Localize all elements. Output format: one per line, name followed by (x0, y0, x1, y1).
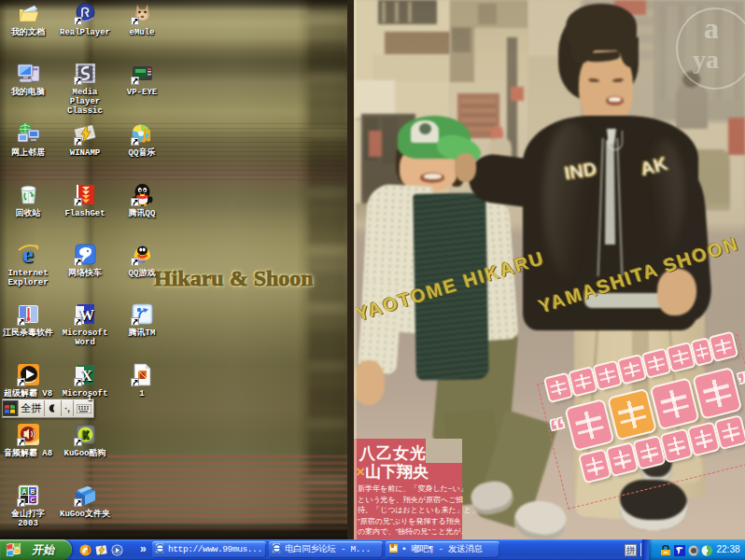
svg-text:C: C (30, 496, 35, 504)
svg-text:A: A (21, 487, 26, 496)
svg-text:B: B (30, 487, 35, 496)
svg-text:K: K (81, 429, 89, 442)
svg-text:X: X (81, 368, 92, 384)
